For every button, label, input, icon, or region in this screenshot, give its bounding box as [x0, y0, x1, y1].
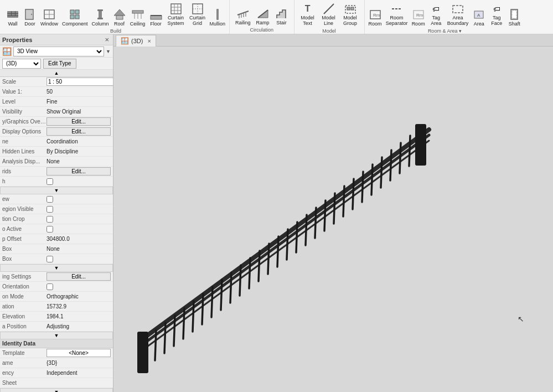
prop-value-dependency: Independent [46, 370, 111, 376]
circulation-group-label: Circulation [250, 27, 274, 33]
ribbon-group-room-area: Rm Room RoomSeparator Rm Room 🏷 TagArea [365, 0, 525, 34]
svg-line-74 [268, 244, 269, 274]
viewport-tab-3d[interactable]: 🪟 (3D) × [116, 35, 156, 47]
curtain-grid-button[interactable]: CurtainGrid [188, 1, 208, 28]
prop-row-grids: rids Edit... [0, 167, 113, 177]
stair-button[interactable]: Stair [273, 6, 291, 27]
model-line-button[interactable]: ModelLine [319, 1, 339, 28]
ceiling-button[interactable]: Ceiling [128, 7, 147, 28]
prop-btn-template[interactable]: <None> [46, 349, 111, 357]
svg-line-81 [334, 193, 335, 224]
view-type-row: (3D) Edit Type [0, 58, 113, 70]
component-icon [68, 8, 81, 21]
model-group-button[interactable]: ModelGroup [340, 1, 361, 28]
viewport-tab-bar: 🪟 (3D) × [113, 34, 553, 47]
room-separator-icon [390, 2, 404, 16]
component-button[interactable]: Component [60, 7, 90, 28]
svg-text:A: A [477, 13, 480, 18]
floor-button[interactable]: Floor [148, 7, 164, 28]
area-icon: A [472, 8, 485, 21]
area-boundary-button[interactable]: AreaBoundary [446, 1, 471, 28]
svg-rect-22 [132, 11, 143, 13]
prop-value-analysis: None [46, 158, 111, 164]
svg-line-68 [211, 287, 213, 317]
prop-row-crop-active: o Active [0, 224, 113, 234]
prop-checkbox-box[interactable] [46, 256, 53, 262]
tag-area-button[interactable]: 🏷 TagArea [427, 1, 445, 28]
prop-value-view-name: {3D} [46, 360, 111, 366]
prop-row-discipline: ne Coordination [0, 137, 113, 147]
ceiling-label: Ceiling [130, 21, 146, 27]
view-type-dropdown[interactable]: (3D) [2, 59, 41, 69]
component-label: Component [62, 21, 88, 27]
tag-face-button[interactable]: 🏷 TagFace [488, 1, 505, 28]
floor-icon [149, 8, 163, 21]
svg-rect-6 [15, 14, 15, 16]
curtain-system-icon [169, 2, 183, 16]
prop-btn-graphics[interactable]: Edit... [46, 117, 111, 126]
prop-name-visibility: Visibility [2, 109, 46, 115]
scroll-mid3-arrow[interactable]: ▼ [0, 332, 113, 339]
ramp-button[interactable]: Ramp [254, 6, 272, 27]
prop-checkbox-view[interactable] [46, 196, 53, 203]
railing-button[interactable]: Railing [233, 6, 253, 27]
prop-name-section-box: Box [2, 246, 46, 252]
scroll-mid-arrow[interactable]: ▼ [0, 187, 113, 194]
svg-line-73 [259, 251, 260, 281]
tag-room-button[interactable]: Rm Room [410, 7, 427, 28]
viewport-cursor: ↖ [518, 314, 524, 323]
wall-button[interactable]: Wall [4, 7, 21, 28]
curtain-system-button[interactable]: CurtainSystem [165, 1, 187, 28]
prop-checkbox-region[interactable] [46, 206, 53, 213]
door-button[interactable]: Door [22, 7, 38, 28]
view-type-select[interactable]: 3D View [13, 47, 104, 56]
prop-btn-display[interactable]: Edit... [46, 127, 111, 136]
panel-close-button[interactable]: × [103, 35, 111, 44]
prop-checkbox-crop[interactable] [46, 216, 53, 223]
prop-checkbox-orient[interactable] [46, 283, 53, 290]
prop-btn-render[interactable]: Edit... [46, 272, 111, 281]
window-button[interactable]: Window [39, 7, 60, 28]
svg-rect-92 [137, 332, 148, 373]
edit-type-button[interactable]: Edit Type [43, 59, 76, 69]
floor-label: Floor [150, 21, 162, 27]
room-area-group-label: Room & Area ▾ [428, 28, 462, 34]
area-button[interactable]: A Area [471, 7, 487, 28]
column-icon [94, 8, 107, 21]
roof-button[interactable]: Roof [111, 7, 128, 28]
prop-name-scale: Scale [2, 79, 46, 85]
prop-name-h: h [2, 178, 46, 184]
scroll-mid2-arrow[interactable]: ▼ [0, 264, 113, 272]
room-button[interactable]: Rm Room [367, 7, 384, 28]
prop-checkbox-h[interactable] [46, 178, 53, 185]
scroll-mid4-arrow[interactable]: ▼ [0, 388, 113, 392]
prop-checkbox-active[interactable] [46, 226, 53, 233]
properties-panel: Properties × 🪟 3D View ▼ (3D) Edit Type … [0, 34, 113, 392]
column-button[interactable]: Column [90, 7, 111, 28]
viewport-canvas[interactable]: ↖ [113, 47, 553, 392]
svg-rect-14 [75, 10, 79, 14]
scroll-up-arrow[interactable]: ▲ [0, 70, 113, 77]
prop-name-graphics-override: y/Graphics Over... [2, 118, 46, 125]
type-dropdown-arrow: ▼ [106, 49, 111, 54]
ribbon-group-build: Wall Door Window Component [2, 0, 230, 34]
panel-type-row: 🪟 3D View ▼ [0, 45, 113, 58]
prop-row-proj-mode: on Mode Orthographic [0, 292, 113, 302]
room-separator-button[interactable]: RoomSeparator [384, 1, 410, 28]
prop-btn-grids[interactable]: Edit... [46, 167, 111, 176]
svg-marker-20 [114, 9, 125, 16]
shaft-label: Shaft [509, 21, 520, 27]
tab-close-button[interactable]: × [147, 38, 151, 44]
model-text-button[interactable]: T ModelText [298, 1, 318, 28]
prop-input-scale[interactable] [46, 78, 113, 86]
mullion-button[interactable]: Mullion [208, 7, 228, 28]
shaft-button[interactable]: Shaft [506, 7, 523, 28]
prop-name-display-options: Display Options [2, 128, 46, 135]
svg-rect-3 [11, 11, 12, 13]
prop-row-crop-offset: p Offset 304800.0 [0, 234, 113, 244]
svg-line-66 [193, 301, 194, 332]
svg-rect-15 [70, 15, 74, 19]
curtain-grid-icon [191, 2, 204, 16]
type-icon: 🪟 [2, 47, 12, 56]
svg-rect-91 [415, 124, 426, 166]
